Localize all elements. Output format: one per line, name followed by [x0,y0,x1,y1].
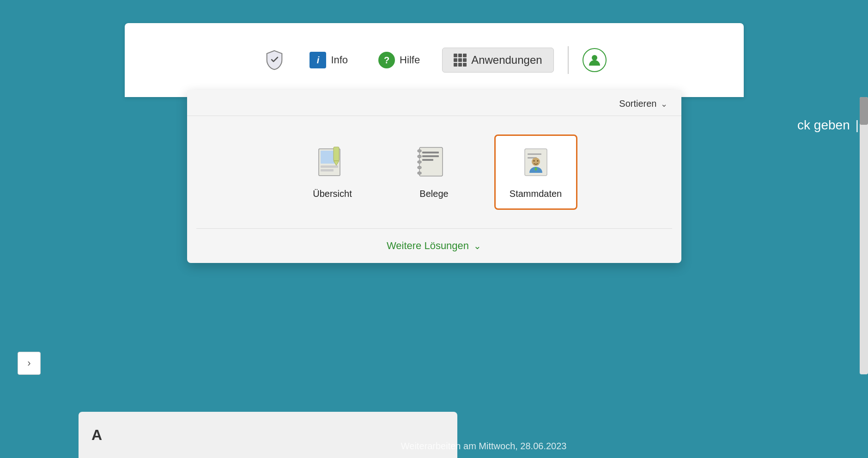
scrollbar[interactable] [860,97,868,374]
svg-rect-10 [422,159,433,161]
svg-rect-17 [528,153,541,155]
svg-rect-5 [334,147,339,161]
anwendungen-label: Anwendungen [471,54,542,67]
arrow-right-icon: › [27,357,30,369]
weitere-chevron-down-icon: ⌄ [473,240,481,251]
app-tile-stammdaten[interactable]: Stammdaten [494,134,577,210]
app-tile-belege[interactable]: Belege [393,134,476,210]
svg-point-20 [533,160,534,162]
hilfe-label: Hilfe [400,54,420,66]
scrollbar-thumb[interactable] [860,97,868,125]
app-tile-uebersicht[interactable]: Übersicht [291,134,374,210]
user-avatar-button[interactable] [583,48,607,72]
svg-rect-15 [418,172,421,174]
sort-label: Sortieren [619,98,656,109]
svg-rect-3 [321,165,338,168]
right-partial-text: ck geben | [797,118,859,133]
belege-label: Belege [419,189,448,199]
sort-bar: Sortieren ⌄ [187,90,681,116]
app-grid: Übersicht Belege [187,116,681,228]
svg-rect-13 [418,161,421,163]
chevron-down-icon: ⌄ [661,99,668,109]
weitere-losungen-label: Weitere Lösungen [387,240,469,252]
bottom-date-text: Weiterarbeiten am Mittwoch, 28.06.2023 [401,441,567,452]
svg-rect-11 [418,150,421,152]
hilfe-button[interactable]: ? Hilfe [370,47,428,73]
info-button[interactable]: i Info [301,47,356,73]
weitere-losungen-button[interactable]: Weitere Lösungen ⌄ [187,229,681,263]
top-bar: i Info ? Hilfe Anwendungen [125,23,744,97]
sort-button[interactable]: Sortieren ⌄ [619,98,667,109]
belege-icon [416,145,453,182]
svg-point-21 [537,160,538,162]
info-label: Info [331,54,348,66]
shield-button[interactable] [261,47,287,73]
anwendungen-button[interactable]: Anwendungen [442,48,553,73]
svg-rect-9 [422,155,439,157]
svg-rect-8 [422,152,439,153]
svg-rect-14 [418,166,421,169]
top-divider [568,46,569,74]
grid-icon [454,54,467,67]
svg-point-0 [592,55,597,61]
hilfe-icon: ? [378,52,395,68]
info-icon: i [310,52,326,68]
uebersicht-icon [314,145,351,182]
svg-point-19 [532,158,540,166]
uebersicht-label: Übersicht [313,189,352,199]
svg-rect-4 [321,169,334,171]
stammdaten-label: Stammdaten [510,189,562,199]
stammdaten-icon [517,145,554,182]
svg-rect-12 [418,155,421,158]
dropdown-panel: Sortieren ⌄ Übersicht [187,90,681,263]
nav-arrow-button[interactable]: › [18,352,41,375]
bottom-label: A [91,427,102,444]
